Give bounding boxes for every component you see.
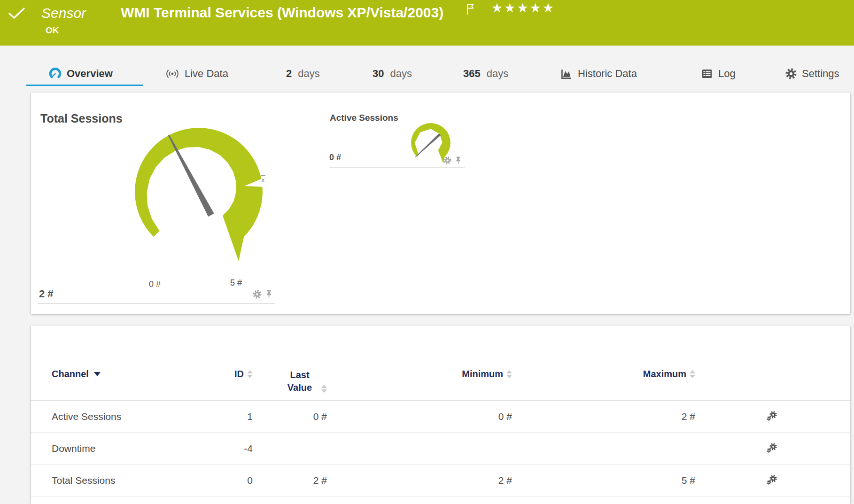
log-list-icon [701,68,713,80]
channel-maximum: 5 # [512,475,695,486]
sensor-status-banner: Sensor WMI Terminal Services (Windows XP… [0,0,854,46]
prtg-sensor-page: Sensor WMI Terminal Services (Windows XP… [0,0,854,504]
table-row-total-sessions: Total Sessions 0 2 # 2 # 5 # [31,465,850,496]
column-header-label: Last Value [281,369,318,394]
tab-label: days [487,68,508,80]
column-header-label: Channel [52,369,89,380]
sort-arrows-icon [690,370,695,378]
gauges-panel: Total Sessions x 0 # 5 # 2 # Active Sess… [31,93,850,314]
channel-settings-icon[interactable] [765,442,777,455]
tab-365-days[interactable]: 365 days [463,63,508,85]
tab-30-days[interactable]: 30 days [373,63,412,85]
gauge-icon [49,68,62,80]
tab-number: 365 [463,68,481,80]
column-header-id[interactable]: ID [187,369,253,380]
tab-label: days [298,68,319,80]
tab-label: Settings [802,68,839,80]
flag-icon[interactable] [466,3,476,16]
tile-toolbar [253,290,273,299]
channel-last-value: 2 # [253,475,327,486]
gear-icon[interactable] [253,290,262,299]
check-icon [8,8,25,20]
priority-stars[interactable]: ★★★★★ [491,2,555,15]
average-marker-label: x [261,176,265,184]
gear-icon [785,68,797,79]
channel-name: Downtime [52,443,187,454]
sort-arrows-icon [506,370,512,378]
tab-historic-data[interactable]: Historic Data [560,63,637,85]
tab-number: 2 [286,68,292,80]
tab-label: Historic Data [578,68,637,80]
table-header-row: Channel ID Last Value Minimum Maximum [31,326,850,401]
pin-icon[interactable] [265,290,273,299]
channel-maximum: 2 # [512,411,695,422]
channel-minimum: 0 # [327,411,512,422]
channel-name: Active Sessions [52,411,187,422]
tab-live-data[interactable]: Live Data [165,63,228,85]
tile-toolbar [443,156,462,164]
channel-settings-icon[interactable] [765,410,777,423]
tab-settings[interactable]: Settings [785,63,839,85]
tile-divider [38,303,275,304]
tab-label: Live Data [185,68,228,80]
gauge-scale-max: 5 # [230,278,242,288]
channel-id: 1 [187,411,253,422]
column-header-minimum[interactable]: Minimum [327,369,512,380]
channel-last-value: 0 # [253,411,327,422]
sort-arrows-icon [247,370,253,378]
tab-overview[interactable]: Overview [49,63,113,85]
total-sessions-gauge [122,121,282,276]
sort-desc-icon [94,372,101,376]
tab-label: days [390,68,411,80]
column-header-maximum[interactable]: Maximum [512,369,695,380]
column-header-label: ID [234,369,244,380]
channel-name: Total Sessions [52,475,187,486]
gauge-current-value: 0 # [329,153,341,163]
column-header-label: Minimum [462,369,503,380]
channel-id: -4 [187,443,253,454]
tile-divider [329,167,465,168]
gauge-title-total-sessions: Total Sessions [40,112,123,125]
table-row-downtime: Downtime -4 [31,433,850,465]
sensor-title: WMI Terminal Services (Windows XP/Vista/… [121,6,443,20]
gauge-scale-min: 0 # [149,279,161,289]
tab-label: Overview [67,68,113,80]
column-header-last-value[interactable]: Last Value [253,369,327,394]
channel-settings-icon[interactable] [765,474,777,487]
gauge-current-value: 2 # [39,288,54,300]
broadcast-icon [165,68,179,79]
table-row-active-sessions: Active Sessions 1 0 # 0 # 2 # [31,401,850,433]
channel-minimum: 2 # [327,475,512,486]
pin-icon[interactable] [455,156,462,164]
column-header-channel[interactable]: Channel [52,369,187,380]
tab-2-days[interactable]: 2 days [286,63,320,85]
area-chart-icon [560,68,573,80]
channel-id: 0 [187,475,253,486]
gauge-needle [416,134,441,157]
channel-table-panel: Channel ID Last Value Minimum Maximum [31,326,850,504]
column-header-label: Maximum [643,369,686,380]
status-text: OK [46,25,59,36]
object-type-label: Sensor [41,6,86,20]
gauge-title-active-sessions: Active Sessions [330,113,398,123]
sort-arrows-icon [321,385,327,393]
tab-number: 30 [373,68,384,80]
gear-icon[interactable] [443,156,451,164]
tab-label: Log [718,68,736,80]
tab-log[interactable]: Log [701,63,736,85]
active-tab-indicator [26,85,143,86]
